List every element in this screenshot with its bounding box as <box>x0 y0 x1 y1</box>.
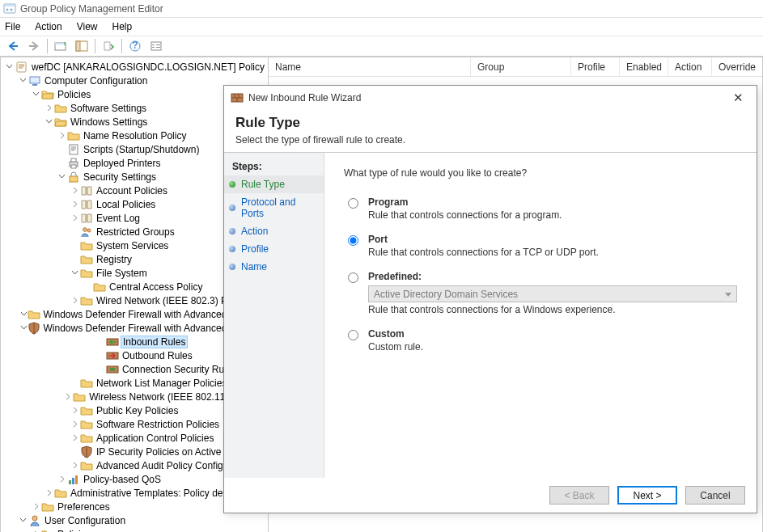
step-rule-type[interactable]: Rule Type <box>224 175 324 193</box>
step-profile[interactable]: Profile <box>224 240 324 258</box>
expand-icon[interactable] <box>30 529 41 533</box>
option-port-title: Port <box>368 234 599 245</box>
scroll-icon <box>15 61 28 74</box>
expand-icon[interactable] <box>56 474 67 485</box>
back-button[interactable] <box>3 37 23 55</box>
no-expander <box>69 446 80 458</box>
book-icon <box>80 212 93 225</box>
col-action[interactable]: Action <box>668 57 712 76</box>
folderopen-icon <box>41 88 54 101</box>
tree-label: wefDC [ANKARALOGSIGNDC.LOGSIGN.NET] Poli… <box>32 61 265 73</box>
svg-rect-21 <box>71 158 76 162</box>
radio-program[interactable] <box>348 198 358 209</box>
expand-icon[interactable] <box>69 405 80 416</box>
option-custom[interactable]: Custom Custom rule. <box>344 328 737 353</box>
radio-port[interactable] <box>348 235 358 246</box>
expand-icon[interactable] <box>69 433 80 444</box>
expand-icon[interactable] <box>30 501 41 513</box>
tree-label: Network List Manager Policies <box>96 378 227 389</box>
option-predefined[interactable]: Predefined: Active Directory Domain Serv… <box>344 271 737 315</box>
collapse-icon[interactable] <box>17 75 28 87</box>
col-override[interactable]: Override <box>712 57 762 76</box>
expand-icon[interactable] <box>69 419 80 430</box>
tree-label: Inbound Rules <box>121 336 188 348</box>
expand-icon[interactable] <box>69 185 80 196</box>
option-custom-title: Custom <box>368 328 423 340</box>
step-action[interactable]: Action <box>224 222 324 240</box>
expand-icon[interactable] <box>69 295 80 306</box>
col-enabled[interactable]: Enabled <box>620 57 668 76</box>
back-button[interactable]: < Back <box>549 486 609 505</box>
svg-rect-1 <box>5 5 15 6</box>
collapse-icon[interactable] <box>43 116 54 128</box>
expand-icon[interactable] <box>69 460 80 471</box>
menu-help[interactable]: Help <box>112 21 133 32</box>
tree-node-u-policies[interactable]: Policies <box>1 527 268 532</box>
tree-label: System Services <box>96 240 168 251</box>
folder-icon <box>80 459 93 472</box>
chart-icon <box>67 473 80 486</box>
option-port-desc: Rule that controls connections for a TCP… <box>368 247 599 258</box>
browse-button[interactable] <box>51 37 70 55</box>
menu-action[interactable]: Action <box>35 21 61 32</box>
forward-button[interactable] <box>24 37 44 55</box>
expand-icon[interactable] <box>43 488 54 499</box>
step-name[interactable]: Name <box>224 258 324 276</box>
option-program-desc: Rule that controls connections for a pro… <box>368 209 562 221</box>
radio-predefined[interactable] <box>348 272 358 283</box>
tree-node-user-config[interactable]: User Configuration <box>1 513 268 527</box>
collapse-icon[interactable] <box>20 309 28 320</box>
step-protocol-ports[interactable]: Protocol and Ports <box>224 193 324 222</box>
expand-icon[interactable] <box>62 391 73 403</box>
menu-file[interactable]: File <box>5 21 20 32</box>
option-program[interactable]: Program Rule that controls connections f… <box>344 196 737 221</box>
option-program-title: Program <box>368 196 562 208</box>
folder-icon <box>41 500 54 513</box>
folder-icon <box>80 377 93 390</box>
svg-rect-23 <box>70 176 78 182</box>
tree-node-root[interactable]: wefDC [ANKARALOGSIGNDC.LOGSIGN.NET] Poli… <box>1 60 268 74</box>
outbound-icon <box>106 349 119 362</box>
col-group[interactable]: Group <box>471 57 571 76</box>
wizard-question: What type of rule would you like to crea… <box>344 167 737 179</box>
collapse-icon[interactable] <box>56 171 67 183</box>
tree-label: Registry <box>96 254 132 265</box>
expand-icon[interactable] <box>69 213 80 224</box>
folder-icon <box>54 102 67 115</box>
window-title: Group Policy Management Editor <box>20 3 163 15</box>
show-hide-tree-button[interactable] <box>72 37 91 55</box>
col-name[interactable]: Name <box>269 57 471 76</box>
expand-icon[interactable] <box>69 199 80 210</box>
no-expander <box>56 158 67 169</box>
radio-custom[interactable] <box>348 330 358 340</box>
collapse-icon[interactable] <box>17 515 28 526</box>
collapse-icon[interactable] <box>30 89 41 100</box>
next-button[interactable]: Next > <box>617 486 677 505</box>
help-button[interactable]: ? <box>125 37 145 55</box>
wizard-steps-panel: Steps: Rule Type Protocol and Ports Acti… <box>224 153 324 478</box>
svg-text:?: ? <box>132 40 138 51</box>
collapse-icon[interactable] <box>20 323 28 334</box>
collapse-icon[interactable] <box>69 268 80 279</box>
svg-rect-16 <box>17 62 26 72</box>
option-port[interactable]: Port Rule that controls connections for … <box>344 234 737 258</box>
predefined-select: Active Directory Domain Services <box>368 285 737 302</box>
folder-icon <box>80 253 93 266</box>
cancel-button[interactable]: Cancel <box>685 486 745 505</box>
export-button[interactable] <box>99 37 118 55</box>
folder-icon <box>80 404 93 417</box>
tree-label: Restricted Groups <box>96 226 175 238</box>
filter-button[interactable] <box>146 37 166 55</box>
svg-point-25 <box>87 229 91 232</box>
expand-icon[interactable] <box>43 103 54 114</box>
svg-rect-5 <box>55 43 66 44</box>
col-profile[interactable]: Profile <box>571 57 620 76</box>
expand-icon[interactable] <box>56 130 67 141</box>
steps-header: Steps: <box>224 158 324 175</box>
menu-view[interactable]: View <box>77 21 98 32</box>
close-button[interactable]: ✕ <box>726 88 750 108</box>
collapse-icon[interactable] <box>4 61 15 73</box>
tree-label: Connection Security Rules <box>122 364 236 375</box>
svg-rect-31 <box>72 478 74 484</box>
book-icon <box>80 184 93 197</box>
